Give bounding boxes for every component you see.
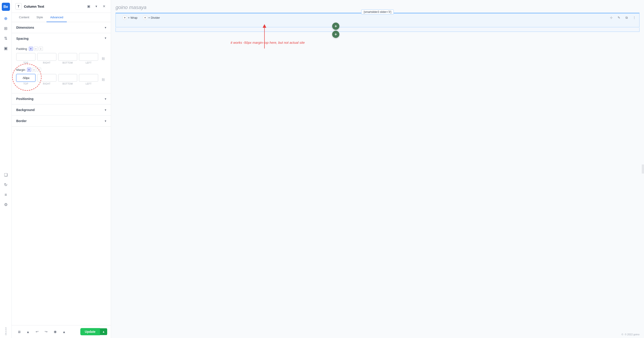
margin-mode-icons: 🖥 ▭ ▯ (27, 68, 41, 72)
more-element-icon[interactable]: ⋮ (631, 14, 638, 21)
margin-right-input[interactable] (37, 74, 56, 82)
add-wrap-button[interactable]: + + Wrap (122, 15, 138, 20)
update-button-group: Update ▲ (80, 328, 107, 335)
tab-content[interactable]: Content (15, 13, 33, 22)
padding-right-label: RIGHT (43, 62, 50, 64)
spacing-chevron: ▴ (105, 37, 106, 40)
duplicate-element-icon[interactable]: ⧉ (624, 14, 630, 21)
element-actions: ⊹ ✎ ⧉ ⋮ (608, 14, 638, 21)
add-divider-label: + Divider (148, 16, 160, 20)
padding-bottom-label: BOTTOM (62, 62, 73, 64)
margin-left-input[interactable] (79, 74, 98, 82)
layout-icon[interactable]: ⊞ (2, 24, 10, 32)
update-dropdown-button[interactable]: ▲ (100, 328, 107, 335)
margin-top-wrap: TOP (16, 74, 36, 85)
eye-preview-icon[interactable]: ◉ (52, 328, 59, 335)
dimensions-chevron: ▾ (105, 26, 106, 29)
add-buttons: + + Wrap + + Divider (122, 14, 160, 22)
margin-bottom-wrap: BOTTOM (58, 74, 78, 85)
panel-toggle-icon[interactable]: ▣ (86, 3, 92, 10)
padding-link-icon[interactable]: ⛓ (100, 56, 106, 62)
add-wrap-plus-icon: + (122, 15, 127, 20)
padding-bottom-input[interactable] (58, 53, 78, 61)
background-section: Background ▾ (12, 104, 111, 116)
margin-mode-mobile[interactable]: ▯ (37, 68, 41, 72)
background-header[interactable]: Background ▾ (12, 104, 111, 115)
margin-link-icon[interactable]: ⛓ (100, 76, 106, 83)
responsive-icon[interactable]: 🖥 (15, 328, 22, 335)
padding-group: Padding 🖥 ▭ ▯ TOP (16, 47, 106, 64)
margin-left-wrap: LEFT (79, 74, 98, 85)
green-plus-group: + + (332, 22, 339, 38)
padding-mode-mobile[interactable]: ▯ (39, 47, 43, 51)
edit-element-icon[interactable]: ✎ (616, 14, 622, 21)
icon-bar: Be ⊕ ⊞ ⇅ ▣ ❏ ↻ ≡ ⚙ /26.4.0.8 (0, 0, 12, 338)
border-title: Border (16, 119, 27, 123)
padding-bottom-wrap: BOTTOM (58, 53, 78, 64)
gear-icon[interactable]: ⚙ (2, 200, 10, 209)
padding-left-input[interactable] (79, 53, 98, 61)
be-logo: Be (2, 3, 10, 11)
version-label: /26.4.0.8 (5, 328, 7, 335)
add-divider-button[interactable]: + + Divider (143, 15, 160, 20)
red-arrow-svg (258, 24, 271, 51)
main-canvas: goino masaya [smartslider3 slider='3'] ⊹… (111, 0, 644, 338)
header-actions: ▣ ▾ ✕ (86, 3, 107, 10)
copyright-icon: © (622, 333, 623, 336)
border-section: Border ▾ (12, 116, 111, 126)
positioning-header[interactable]: Positioning ▾ (12, 94, 111, 104)
annotation-text: it works -50px margin-top here, but not … (230, 40, 305, 44)
dimensions-header[interactable]: Dimensions ▾ (12, 22, 111, 33)
update-button[interactable]: Update (80, 328, 100, 335)
padding-label: Padding 🖥 ▭ ▯ (16, 47, 106, 51)
margin-fields-row: TOP RIGHT BOTTOM LEFT (16, 74, 106, 85)
undo-button[interactable]: ↩ (34, 328, 40, 335)
margin-right-label: RIGHT (43, 82, 50, 85)
preview-up-icon[interactable]: ▲ (60, 328, 68, 335)
refresh-icon[interactable]: ↻ (2, 181, 10, 189)
margin-bottom-input[interactable] (58, 74, 78, 82)
dimensions-title: Dimensions (16, 26, 34, 29)
padding-right-wrap: RIGHT (37, 53, 56, 64)
element-block[interactable]: [smartslider3 slider='3'] ⊹ ✎ ⧉ ⋮ + + Wr… (116, 13, 640, 27)
layers-icon[interactable]: ❏ (2, 171, 10, 179)
sidebar-content: Dimensions ▾ Spacing ▴ Padding 🖥 ▭ (12, 22, 111, 325)
padding-mode-desktop[interactable]: 🖥 (29, 47, 33, 51)
border-header[interactable]: Border ▾ (12, 116, 111, 126)
padding-mode-tablet[interactable]: ▭ (34, 47, 38, 51)
move-element-icon[interactable]: ⊹ (608, 14, 614, 21)
green-plus-top[interactable]: + (332, 22, 339, 30)
padding-fields-row: TOP RIGHT BOTTOM LEFT (16, 53, 106, 64)
background-title: Background (16, 108, 35, 112)
sliders-icon[interactable]: ≡ (2, 191, 10, 199)
border-chevron: ▾ (105, 119, 106, 123)
redo-button[interactable]: ↪ (42, 328, 50, 335)
element-block-row2 (116, 28, 640, 32)
sort-icon[interactable]: ⇅ (2, 34, 10, 42)
spacing-header[interactable]: Spacing ▴ (12, 33, 111, 44)
spacing-body: Padding 🖥 ▭ ▯ TOP (12, 44, 111, 93)
green-plus-bottom[interactable]: + (332, 31, 339, 38)
up-arrow-icon[interactable]: ▲ (24, 328, 32, 335)
padding-left-label: LEFT (86, 62, 92, 64)
margin-top-input[interactable] (16, 74, 36, 82)
margin-bottom-label: BOTTOM (62, 82, 73, 85)
positioning-section: Positioning ▾ (12, 94, 111, 104)
close-icon[interactable]: ✕ (101, 3, 107, 10)
add-element-icon[interactable]: ⊕ (2, 14, 10, 22)
tab-advanced[interactable]: Advanced (46, 13, 67, 22)
margin-mode-desktop[interactable]: 🖥 (27, 68, 31, 72)
widget-icon: T (15, 3, 22, 10)
panel-icon[interactable]: ▣ (2, 44, 10, 52)
element-tag-label: [smartslider3 slider='3'] (361, 10, 394, 14)
margin-top-label: TOP (23, 82, 28, 85)
margin-mode-tablet[interactable]: ▭ (32, 68, 36, 72)
dropdown-arrow-icon[interactable]: ▾ (93, 3, 100, 10)
tab-style[interactable]: Style (33, 13, 47, 22)
sidebar-footer: 🖥 ▲ ↩ ↪ ◉ ▲ Update ▲ (12, 325, 111, 338)
padding-mode-icons: 🖥 ▭ ▯ (29, 47, 43, 51)
widget-title: Column Text (24, 4, 83, 8)
margin-left-label: LEFT (86, 82, 92, 85)
padding-top-input[interactable] (16, 53, 36, 61)
padding-right-input[interactable] (37, 53, 56, 61)
